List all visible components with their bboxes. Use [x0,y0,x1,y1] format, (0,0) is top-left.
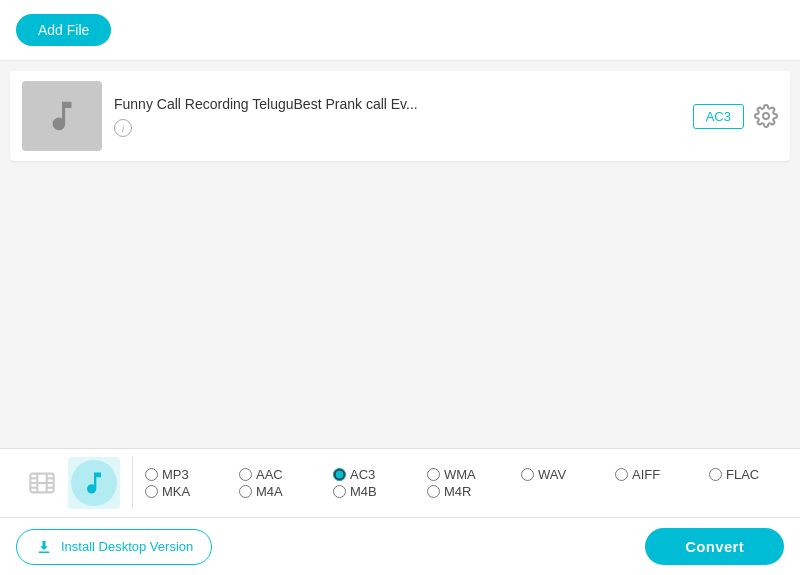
file-thumbnail [22,81,102,151]
radio-aiff[interactable]: AIFF [615,467,705,482]
audio-tab-button[interactable] [68,457,120,509]
radio-m4a[interactable]: M4A [239,484,329,499]
radio-wma[interactable]: WMA [427,467,517,482]
file-list: Funny Call Recording TeluguBest Prank ca… [0,61,800,448]
music-tab-icon [80,469,108,497]
settings-icon[interactable] [754,104,778,128]
radio-aac[interactable]: AAC [239,467,329,482]
format-row-1: MP3 AAC AC3 WMA WAV AIFF F [145,467,799,482]
format-row-2: MKA M4A M4B M4R [145,484,799,499]
format-badge[interactable]: AC3 [693,104,744,129]
file-info: Funny Call Recording TeluguBest Prank ca… [114,96,681,137]
add-file-button[interactable]: Add File [16,14,111,46]
toolbar: Add File [0,0,800,61]
format-selector: MP3 AAC AC3 WMA WAV AIFF F [0,449,800,518]
file-item: Funny Call Recording TeluguBest Prank ca… [10,71,790,161]
format-radio-options: MP3 AAC AC3 WMA WAV AIFF F [145,467,799,499]
download-icon [35,538,53,556]
radio-mka[interactable]: MKA [145,484,235,499]
file-actions: AC3 [693,104,778,129]
video-icon [28,469,56,497]
tab-icons [16,457,133,509]
radio-mp3[interactable]: MP3 [145,467,235,482]
radio-wav[interactable]: WAV [521,467,611,482]
install-desktop-button[interactable]: Install Desktop Version [16,529,212,565]
radio-ac3[interactable]: AC3 [333,467,423,482]
radio-m4r[interactable]: M4R [427,484,517,499]
audio-tab-icon [71,460,117,506]
music-note-icon [43,97,81,135]
footer: Install Desktop Version Convert [0,518,800,575]
bottom-panel: MP3 AAC AC3 WMA WAV AIFF F [0,448,800,575]
svg-point-0 [763,113,769,119]
file-name: Funny Call Recording TeluguBest Prank ca… [114,96,681,112]
convert-button[interactable]: Convert [645,528,784,565]
radio-m4b[interactable]: M4B [333,484,423,499]
radio-flac[interactable]: FLAC [709,467,799,482]
info-icon[interactable]: i [114,119,132,137]
install-label: Install Desktop Version [61,539,193,554]
video-tab-button[interactable] [16,457,68,509]
